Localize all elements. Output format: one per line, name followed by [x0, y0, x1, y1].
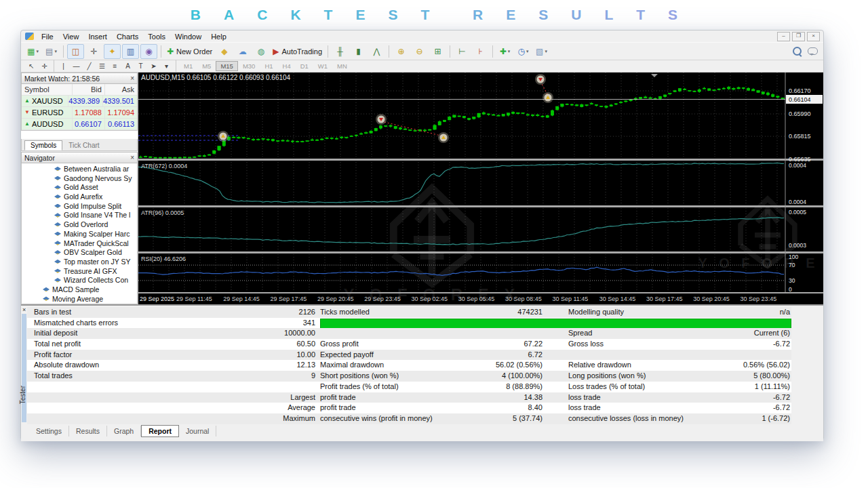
- chevron-down-icon: ▾: [54, 49, 57, 54]
- navigator-toggle[interactable]: ✦: [104, 44, 121, 59]
- timeframe-h1[interactable]: H1: [260, 61, 277, 71]
- navigator-item[interactable]: MACD Sample: [22, 285, 137, 295]
- report-cell: 10000.00: [197, 328, 315, 339]
- close-icon[interactable]: ×: [22, 306, 26, 313]
- timeframe-w1[interactable]: W1: [313, 61, 332, 71]
- terminal-toggle[interactable]: ▥: [122, 44, 139, 59]
- menu-item-file[interactable]: File: [37, 32, 58, 41]
- close-icon[interactable]: ×: [130, 75, 134, 82]
- navigator-item[interactable]: Gold Impulse Split: [22, 202, 137, 211]
- metaeditor-button[interactable]: ◆: [216, 44, 233, 59]
- expert-advisor-icon: [54, 213, 61, 218]
- expert-advisor-icon: [54, 268, 61, 274]
- timeframe-m1[interactable]: M1: [179, 61, 197, 71]
- navigator-item[interactable]: Top master on JY SY: [22, 258, 137, 267]
- close-icon[interactable]: ×: [130, 154, 134, 161]
- feedback-chat-icon[interactable]: [808, 47, 818, 55]
- navigator-item[interactable]: OBV Scalper Gold: [22, 248, 137, 258]
- channel-icon[interactable]: ≡: [109, 61, 121, 71]
- navigator-item[interactable]: Gold Insane V4 The l: [22, 211, 137, 220]
- atr-tick: 0.0003: [789, 242, 806, 249]
- mql5-cloud-button[interactable]: ☁: [234, 44, 251, 59]
- column-ask: Ask: [104, 84, 137, 95]
- periods-button[interactable]: ◷▾: [515, 44, 532, 59]
- navigator-item[interactable]: Treasure AI GFX: [22, 267, 137, 277]
- report-cell: Profit factor: [34, 350, 72, 361]
- price-chart[interactable]: Y O F O R E XY O F O R E XAUDUSD,M15 0.6…: [138, 73, 823, 304]
- data-window-button[interactable]: ✛: [85, 44, 102, 59]
- community-button[interactable]: ◍: [252, 44, 269, 59]
- chart-area[interactable]: Y O F O R E XY O F O R E XAUDUSD,M15 0.6…: [138, 73, 823, 304]
- navigator-item-label: OBV Scalper Gold: [64, 248, 122, 258]
- market-watch-toggle[interactable]: ◫: [67, 44, 84, 59]
- tab-graph[interactable]: Graph: [107, 426, 141, 436]
- tab-tick-chart[interactable]: Tick Chart: [62, 140, 105, 150]
- restore-button[interactable]: ❐: [792, 32, 805, 41]
- auto-scroll-button[interactable]: ⊢: [454, 44, 471, 59]
- text-icon[interactable]: A: [122, 61, 134, 71]
- close-button[interactable]: ×: [807, 32, 820, 41]
- timeframe-d1[interactable]: D1: [296, 61, 313, 71]
- line-chart-button[interactable]: ⋀: [368, 44, 385, 59]
- tab-journal[interactable]: Journal: [179, 426, 216, 436]
- symbol-row-eurusd[interactable]: ▼EURUSD1.170881.17094: [22, 107, 137, 119]
- zoom-in-button[interactable]: ⊕: [393, 44, 410, 59]
- navigator-item[interactable]: Gold Asset: [22, 183, 137, 192]
- candlestick-button[interactable]: ▮: [350, 44, 367, 59]
- timeframe-mn[interactable]: MN: [332, 61, 352, 71]
- search-icon[interactable]: [793, 47, 802, 56]
- strategy-tester-toggle[interactable]: ◉: [140, 44, 157, 59]
- report-cell: Ticks modelled: [320, 307, 370, 318]
- indicators-button[interactable]: ✚▾: [496, 44, 513, 59]
- tab-report[interactable]: Report: [141, 425, 179, 437]
- crosshair-icon[interactable]: ✛: [39, 61, 50, 71]
- current-price-label: 0.66104: [789, 96, 811, 103]
- label-icon[interactable]: T: [135, 61, 146, 71]
- new-chart-button[interactable]: ▦▾: [24, 44, 41, 59]
- navigator-item[interactable]: MATrader QuickScal: [22, 239, 137, 249]
- navigator-item[interactable]: Gaodong Nervous Sy: [22, 174, 137, 184]
- autotrading-button[interactable]: ▶AutoTrading: [271, 44, 324, 59]
- templates-button[interactable]: ▧▾: [533, 44, 550, 59]
- tab-results[interactable]: Results: [69, 426, 107, 436]
- tile-windows-button[interactable]: ⊞: [429, 44, 446, 59]
- navigator-item[interactable]: Wizard Collects Con: [22, 276, 137, 285]
- navigator-item[interactable]: Making Scalper Harc: [22, 230, 137, 239]
- shapes-icon[interactable]: ➤: [148, 61, 159, 71]
- navigator-item[interactable]: Gold Overlord: [22, 220, 137, 230]
- menu-item-window[interactable]: Window: [170, 32, 206, 41]
- symbol-row-audusd[interactable]: ▲AUDUSD0.661070.66113: [22, 119, 137, 130]
- minimize-button[interactable]: –: [777, 32, 790, 41]
- trendline-icon[interactable]: ╱: [83, 61, 95, 71]
- expert-advisor-icon: [43, 296, 50, 302]
- vertical-line-icon[interactable]: |: [58, 61, 69, 71]
- banner-letter: L: [604, 7, 613, 23]
- report-cell: Expected payoff: [320, 350, 374, 361]
- timeframe-m15[interactable]: M15: [216, 61, 237, 71]
- bar-chart-button[interactable]: ╫: [332, 44, 349, 59]
- tab-settings[interactable]: Settings: [29, 426, 69, 436]
- profiles-button[interactable]: ▤▾: [43, 44, 60, 59]
- new-order-button[interactable]: ✚New Order: [165, 44, 214, 59]
- menu-item-tools[interactable]: Tools: [143, 32, 170, 41]
- cursor-icon[interactable]: ↖: [26, 61, 37, 71]
- navigator-item[interactable]: Gold Aurefix: [22, 192, 137, 202]
- chart-shift-button[interactable]: ⊦: [472, 44, 489, 59]
- backtest-results-banner: BACKTEST RESULTS: [0, 7, 868, 23]
- shapes-caret-icon[interactable]: ▾: [161, 61, 172, 71]
- menu-item-insert[interactable]: Insert: [83, 32, 112, 41]
- menu-item-help[interactable]: Help: [206, 32, 231, 41]
- tab-symbols[interactable]: Symbols: [24, 140, 62, 150]
- navigator-item[interactable]: Between Australia ar: [22, 165, 137, 174]
- navigator-item[interactable]: Moving Average: [22, 295, 137, 304]
- fibonacci-icon[interactable]: ☰: [96, 61, 108, 71]
- zoom-out-button[interactable]: ⊖: [411, 44, 428, 59]
- horizontal-line-icon[interactable]: —: [71, 61, 82, 71]
- report-cell: Bars in test: [34, 307, 71, 318]
- menu-item-view[interactable]: View: [58, 32, 84, 41]
- timeframe-m5[interactable]: M5: [197, 61, 216, 71]
- timeframe-h4[interactable]: H4: [278, 61, 296, 71]
- timeframe-m30[interactable]: M30: [238, 61, 260, 71]
- symbol-row-xauusd[interactable]: ▲XAUUSD4339.3894339.501: [22, 96, 137, 107]
- menu-item-charts[interactable]: Charts: [112, 32, 143, 41]
